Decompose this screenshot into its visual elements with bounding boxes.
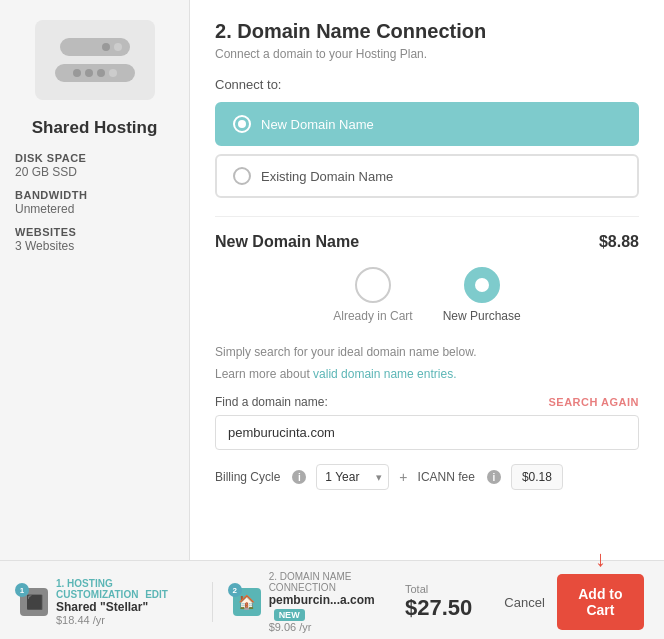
- main-content: 2. Domain Name Connection Connect a doma…: [190, 0, 664, 560]
- server-icon: ⬛: [26, 594, 43, 610]
- add-to-cart-button[interactable]: Add to Cart: [557, 574, 644, 630]
- sidebar-spec-websites: Websites 3 Websites: [15, 226, 174, 253]
- domain-section-header: New Domain Name $8.88: [215, 216, 639, 251]
- spec-value-websites: 3 Websites: [15, 239, 174, 253]
- domain-icon: 🏠: [238, 594, 255, 610]
- find-label: Find a domain name:: [215, 395, 328, 409]
- billing-cycle-label: Billing Cycle: [215, 470, 280, 484]
- billing-cycle-select[interactable]: 1 Year 2 Years 3 Years: [316, 464, 389, 490]
- sidebar-spec-disk: Disk space 20 GB SSD: [15, 152, 174, 179]
- billing-cycle-info-icon: i: [292, 470, 306, 484]
- icann-fee-value: $0.18: [511, 464, 563, 490]
- total-label: Total: [405, 583, 472, 595]
- connect-label: Connect to:: [215, 77, 639, 92]
- purchase-already-in-cart[interactable]: Already in Cart: [333, 267, 412, 323]
- total-amount: $27.50: [405, 595, 472, 621]
- domain-input[interactable]: [215, 415, 639, 450]
- icann-info-icon: i: [487, 470, 501, 484]
- server-bar-bottom: [55, 64, 135, 82]
- step1-edit-btn[interactable]: EDIT: [145, 589, 168, 600]
- sidebar-icon: [35, 20, 155, 100]
- main-container: Shared Hosting Disk space 20 GB SSD Band…: [0, 0, 664, 639]
- billing-cycle-select-wrapper: 1 Year 2 Years 3 Years: [316, 464, 389, 490]
- domain-section-title: New Domain Name: [215, 233, 359, 251]
- step1-name: 1. Hosting Customization EDIT: [56, 578, 192, 600]
- spec-value-bandwidth: Unmetered: [15, 202, 174, 216]
- sidebar-title: Shared Hosting: [32, 118, 158, 138]
- footer-actions: Cancel ↓ Add to Cart: [504, 574, 644, 630]
- valid-domain-link[interactable]: valid domain name entries.: [313, 367, 456, 381]
- step1-price: $18.44 /yr: [56, 614, 192, 626]
- server-dot: [73, 69, 81, 77]
- radio-label-existing: Existing Domain Name: [261, 169, 393, 184]
- sidebar-spec-bandwidth: Bandwidth Unmetered: [15, 189, 174, 216]
- server-dot: [85, 69, 93, 77]
- purchase-radio-already: [355, 267, 391, 303]
- footer: ⬛ 1 1. Hosting Customization EDIT Shared…: [0, 560, 664, 639]
- step-title: 2. Domain Name Connection: [215, 20, 639, 43]
- server-dot: [109, 69, 117, 77]
- spec-label-bandwidth: Bandwidth: [15, 189, 174, 201]
- content-area: Shared Hosting Disk space 20 GB SSD Band…: [0, 0, 664, 560]
- add-to-cart-wrapper: ↓ Add to Cart: [557, 574, 644, 630]
- step2-badge-num: 2: [228, 583, 242, 597]
- step2-new-badge: NEW: [274, 609, 305, 621]
- spec-value-disk: 20 GB SSD: [15, 165, 174, 179]
- purchase-options: Already in Cart New Purchase: [215, 267, 639, 323]
- step2-product-text: pemburcin...a.com: [269, 593, 375, 607]
- step2-info: 2. Domain Name Connection pemburcin...a.…: [269, 571, 389, 633]
- info-text-prefix: Learn more about: [215, 367, 313, 381]
- spec-label-disk: Disk space: [15, 152, 174, 164]
- server-bar-top: [60, 38, 130, 56]
- info-text-line1: Simply search for your ideal domain name…: [215, 343, 639, 361]
- step-heading: Domain Name Connection: [237, 20, 486, 42]
- footer-total: Total $27.50: [405, 583, 472, 621]
- search-row: Find a domain name: SEARCH AGAIN: [215, 395, 639, 409]
- step1-info: 1. Hosting Customization EDIT Shared "St…: [56, 578, 192, 626]
- purchase-label-already: Already in Cart: [333, 309, 412, 323]
- radio-existing-domain[interactable]: Existing Domain Name: [215, 154, 639, 198]
- sidebar: Shared Hosting Disk space 20 GB SSD Band…: [0, 0, 190, 560]
- footer-divider: [212, 582, 213, 622]
- step2-price: $9.06 /yr: [269, 621, 389, 633]
- step-subtitle: Connect a domain to your Hosting Plan.: [215, 47, 639, 61]
- step2-name: 2. Domain Name Connection: [269, 571, 389, 593]
- radio-label-new: New Domain Name: [261, 117, 374, 132]
- purchase-label-new: New Purchase: [443, 309, 521, 323]
- step2-product: pemburcin...a.com NEW: [269, 593, 389, 621]
- footer-step1: ⬛ 1 1. Hosting Customization EDIT Shared…: [20, 578, 192, 626]
- billing-row: Billing Cycle i 1 Year 2 Years 3 Years +…: [215, 464, 639, 490]
- step2-badge-wrapper: 🏠 2: [233, 588, 261, 616]
- purchase-radio-new: [464, 267, 500, 303]
- purchase-new[interactable]: New Purchase: [443, 267, 521, 323]
- arrow-down-icon: ↓: [595, 546, 606, 572]
- step-number: 2: [215, 20, 226, 42]
- step1-name-text: 1. Hosting Customization: [56, 578, 138, 600]
- server-dot: [114, 43, 122, 51]
- radio-circle-existing: [233, 167, 251, 185]
- plus-sign: +: [399, 469, 407, 485]
- info-text-line2: Learn more about valid domain name entri…: [215, 365, 639, 383]
- spec-label-websites: Websites: [15, 226, 174, 238]
- icann-fee-label: ICANN fee: [418, 470, 475, 484]
- radio-circle-new: [233, 115, 251, 133]
- step1-product: Shared "Stellar": [56, 600, 192, 614]
- server-dot: [102, 43, 110, 51]
- radio-new-domain[interactable]: New Domain Name: [215, 102, 639, 146]
- server-dot: [97, 69, 105, 77]
- step1-badge-num: 1: [15, 583, 29, 597]
- footer-step2: 🏠 2 2. Domain Name Connection pemburcin.…: [233, 571, 389, 633]
- domain-price: $8.88: [599, 233, 639, 251]
- cancel-button[interactable]: Cancel: [504, 595, 544, 610]
- step1-badge-wrapper: ⬛ 1: [20, 588, 48, 616]
- search-again-button[interactable]: SEARCH AGAIN: [548, 396, 639, 408]
